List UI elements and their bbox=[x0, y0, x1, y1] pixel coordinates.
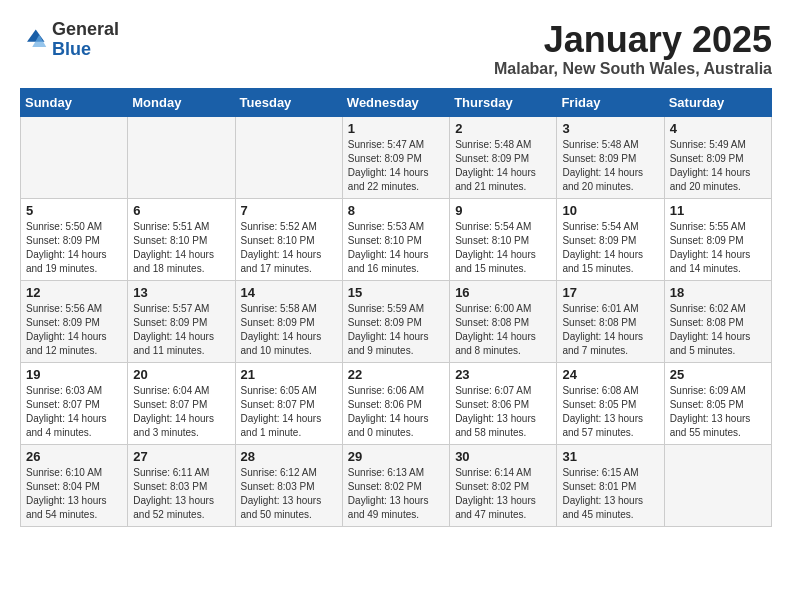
day-info: Sunrise: 6:07 AM Sunset: 8:06 PM Dayligh… bbox=[455, 384, 551, 440]
day-info: Sunrise: 6:14 AM Sunset: 8:02 PM Dayligh… bbox=[455, 466, 551, 522]
day-info: Sunrise: 6:03 AM Sunset: 8:07 PM Dayligh… bbox=[26, 384, 122, 440]
day-number: 28 bbox=[241, 449, 337, 464]
day-cell: 28Sunrise: 6:12 AM Sunset: 8:03 PM Dayli… bbox=[235, 444, 342, 526]
day-number: 3 bbox=[562, 121, 658, 136]
day-info: Sunrise: 6:12 AM Sunset: 8:03 PM Dayligh… bbox=[241, 466, 337, 522]
day-cell: 20Sunrise: 6:04 AM Sunset: 8:07 PM Dayli… bbox=[128, 362, 235, 444]
day-number: 31 bbox=[562, 449, 658, 464]
day-cell: 22Sunrise: 6:06 AM Sunset: 8:06 PM Dayli… bbox=[342, 362, 449, 444]
day-number: 7 bbox=[241, 203, 337, 218]
day-cell: 25Sunrise: 6:09 AM Sunset: 8:05 PM Dayli… bbox=[664, 362, 771, 444]
day-cell bbox=[235, 116, 342, 198]
day-cell: 11Sunrise: 5:55 AM Sunset: 8:09 PM Dayli… bbox=[664, 198, 771, 280]
header-monday: Monday bbox=[128, 88, 235, 116]
day-number: 21 bbox=[241, 367, 337, 382]
day-number: 4 bbox=[670, 121, 766, 136]
day-info: Sunrise: 5:48 AM Sunset: 8:09 PM Dayligh… bbox=[455, 138, 551, 194]
day-number: 20 bbox=[133, 367, 229, 382]
day-cell: 26Sunrise: 6:10 AM Sunset: 8:04 PM Dayli… bbox=[21, 444, 128, 526]
day-info: Sunrise: 5:54 AM Sunset: 8:10 PM Dayligh… bbox=[455, 220, 551, 276]
logo-text: General Blue bbox=[52, 20, 119, 60]
day-cell: 3Sunrise: 5:48 AM Sunset: 8:09 PM Daylig… bbox=[557, 116, 664, 198]
calendar-header: SundayMondayTuesdayWednesdayThursdayFrid… bbox=[21, 88, 772, 116]
day-number: 27 bbox=[133, 449, 229, 464]
day-cell: 19Sunrise: 6:03 AM Sunset: 8:07 PM Dayli… bbox=[21, 362, 128, 444]
day-cell: 12Sunrise: 5:56 AM Sunset: 8:09 PM Dayli… bbox=[21, 280, 128, 362]
day-cell: 18Sunrise: 6:02 AM Sunset: 8:08 PM Dayli… bbox=[664, 280, 771, 362]
day-number: 5 bbox=[26, 203, 122, 218]
day-number: 10 bbox=[562, 203, 658, 218]
calendar-title: January 2025 bbox=[494, 20, 772, 60]
day-info: Sunrise: 6:11 AM Sunset: 8:03 PM Dayligh… bbox=[133, 466, 229, 522]
day-cell: 17Sunrise: 6:01 AM Sunset: 8:08 PM Dayli… bbox=[557, 280, 664, 362]
day-cell: 9Sunrise: 5:54 AM Sunset: 8:10 PM Daylig… bbox=[450, 198, 557, 280]
day-number: 15 bbox=[348, 285, 444, 300]
day-info: Sunrise: 6:01 AM Sunset: 8:08 PM Dayligh… bbox=[562, 302, 658, 358]
day-cell: 29Sunrise: 6:13 AM Sunset: 8:02 PM Dayli… bbox=[342, 444, 449, 526]
day-info: Sunrise: 6:08 AM Sunset: 8:05 PM Dayligh… bbox=[562, 384, 658, 440]
day-info: Sunrise: 5:51 AM Sunset: 8:10 PM Dayligh… bbox=[133, 220, 229, 276]
day-cell: 5Sunrise: 5:50 AM Sunset: 8:09 PM Daylig… bbox=[21, 198, 128, 280]
day-number: 2 bbox=[455, 121, 551, 136]
day-cell: 30Sunrise: 6:14 AM Sunset: 8:02 PM Dayli… bbox=[450, 444, 557, 526]
day-info: Sunrise: 5:55 AM Sunset: 8:09 PM Dayligh… bbox=[670, 220, 766, 276]
day-cell: 27Sunrise: 6:11 AM Sunset: 8:03 PM Dayli… bbox=[128, 444, 235, 526]
header-tuesday: Tuesday bbox=[235, 88, 342, 116]
day-cell: 23Sunrise: 6:07 AM Sunset: 8:06 PM Dayli… bbox=[450, 362, 557, 444]
day-info: Sunrise: 5:57 AM Sunset: 8:09 PM Dayligh… bbox=[133, 302, 229, 358]
header-thursday: Thursday bbox=[450, 88, 557, 116]
day-number: 29 bbox=[348, 449, 444, 464]
calendar-body: 1Sunrise: 5:47 AM Sunset: 8:09 PM Daylig… bbox=[21, 116, 772, 526]
day-cell: 31Sunrise: 6:15 AM Sunset: 8:01 PM Dayli… bbox=[557, 444, 664, 526]
day-number: 30 bbox=[455, 449, 551, 464]
day-number: 12 bbox=[26, 285, 122, 300]
day-info: Sunrise: 5:59 AM Sunset: 8:09 PM Dayligh… bbox=[348, 302, 444, 358]
calendar-table: SundayMondayTuesdayWednesdayThursdayFrid… bbox=[20, 88, 772, 527]
day-info: Sunrise: 5:49 AM Sunset: 8:09 PM Dayligh… bbox=[670, 138, 766, 194]
page-header: General Blue January 2025 Malabar, New S… bbox=[20, 20, 772, 78]
day-cell: 10Sunrise: 5:54 AM Sunset: 8:09 PM Dayli… bbox=[557, 198, 664, 280]
day-number: 25 bbox=[670, 367, 766, 382]
day-cell: 6Sunrise: 5:51 AM Sunset: 8:10 PM Daylig… bbox=[128, 198, 235, 280]
day-cell: 13Sunrise: 5:57 AM Sunset: 8:09 PM Dayli… bbox=[128, 280, 235, 362]
logo-blue: Blue bbox=[52, 39, 91, 59]
day-cell: 4Sunrise: 5:49 AM Sunset: 8:09 PM Daylig… bbox=[664, 116, 771, 198]
header-friday: Friday bbox=[557, 88, 664, 116]
day-info: Sunrise: 6:15 AM Sunset: 8:01 PM Dayligh… bbox=[562, 466, 658, 522]
day-cell bbox=[664, 444, 771, 526]
logo-general: General bbox=[52, 19, 119, 39]
day-info: Sunrise: 5:47 AM Sunset: 8:09 PM Dayligh… bbox=[348, 138, 444, 194]
day-info: Sunrise: 6:10 AM Sunset: 8:04 PM Dayligh… bbox=[26, 466, 122, 522]
day-cell bbox=[21, 116, 128, 198]
day-info: Sunrise: 5:50 AM Sunset: 8:09 PM Dayligh… bbox=[26, 220, 122, 276]
day-cell: 14Sunrise: 5:58 AM Sunset: 8:09 PM Dayli… bbox=[235, 280, 342, 362]
title-block: January 2025 Malabar, New South Wales, A… bbox=[494, 20, 772, 78]
day-info: Sunrise: 6:02 AM Sunset: 8:08 PM Dayligh… bbox=[670, 302, 766, 358]
day-number: 24 bbox=[562, 367, 658, 382]
day-info: Sunrise: 5:53 AM Sunset: 8:10 PM Dayligh… bbox=[348, 220, 444, 276]
day-info: Sunrise: 6:00 AM Sunset: 8:08 PM Dayligh… bbox=[455, 302, 551, 358]
day-number: 8 bbox=[348, 203, 444, 218]
day-info: Sunrise: 6:13 AM Sunset: 8:02 PM Dayligh… bbox=[348, 466, 444, 522]
day-info: Sunrise: 6:06 AM Sunset: 8:06 PM Dayligh… bbox=[348, 384, 444, 440]
week-row-1: 1Sunrise: 5:47 AM Sunset: 8:09 PM Daylig… bbox=[21, 116, 772, 198]
logo: General Blue bbox=[20, 20, 119, 60]
header-saturday: Saturday bbox=[664, 88, 771, 116]
day-number: 1 bbox=[348, 121, 444, 136]
day-cell: 7Sunrise: 5:52 AM Sunset: 8:10 PM Daylig… bbox=[235, 198, 342, 280]
day-cell: 16Sunrise: 6:00 AM Sunset: 8:08 PM Dayli… bbox=[450, 280, 557, 362]
day-number: 16 bbox=[455, 285, 551, 300]
week-row-5: 26Sunrise: 6:10 AM Sunset: 8:04 PM Dayli… bbox=[21, 444, 772, 526]
logo-icon bbox=[20, 26, 48, 54]
day-cell: 24Sunrise: 6:08 AM Sunset: 8:05 PM Dayli… bbox=[557, 362, 664, 444]
day-number: 23 bbox=[455, 367, 551, 382]
day-info: Sunrise: 5:48 AM Sunset: 8:09 PM Dayligh… bbox=[562, 138, 658, 194]
day-info: Sunrise: 5:56 AM Sunset: 8:09 PM Dayligh… bbox=[26, 302, 122, 358]
day-cell: 1Sunrise: 5:47 AM Sunset: 8:09 PM Daylig… bbox=[342, 116, 449, 198]
day-info: Sunrise: 5:52 AM Sunset: 8:10 PM Dayligh… bbox=[241, 220, 337, 276]
header-wednesday: Wednesday bbox=[342, 88, 449, 116]
week-row-4: 19Sunrise: 6:03 AM Sunset: 8:07 PM Dayli… bbox=[21, 362, 772, 444]
day-number: 13 bbox=[133, 285, 229, 300]
week-row-2: 5Sunrise: 5:50 AM Sunset: 8:09 PM Daylig… bbox=[21, 198, 772, 280]
day-number: 22 bbox=[348, 367, 444, 382]
